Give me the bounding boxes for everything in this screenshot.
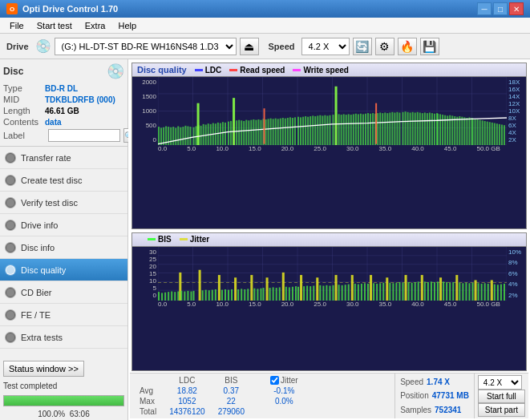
nav-item-disc-info[interactable]: Disc info	[0, 236, 127, 259]
svg-rect-219	[282, 273, 285, 301]
svg-rect-51	[243, 121, 245, 145]
start-part-button[interactable]: Start part	[478, 403, 525, 417]
svg-rect-248	[373, 283, 374, 301]
chart2-panel: BIS Jitter 30 25 20 15 10 5 0	[131, 232, 527, 371]
svg-rect-286	[494, 284, 496, 300]
svg-rect-237	[338, 285, 340, 301]
svg-rect-103	[372, 113, 374, 145]
svg-rect-81	[317, 115, 318, 145]
svg-rect-220	[285, 286, 287, 300]
minimize-button[interactable]: ─	[477, 2, 492, 15]
nav-item-fe-te[interactable]: FE / TE	[0, 304, 127, 326]
menu-file[interactable]: File	[3, 18, 30, 33]
svg-rect-30	[193, 127, 195, 145]
svg-rect-34	[203, 124, 204, 145]
svg-rect-49	[238, 120, 240, 145]
svg-rect-118	[410, 112, 411, 145]
svg-rect-112	[394, 112, 395, 145]
svg-rect-138	[456, 117, 458, 145]
svg-rect-86	[329, 115, 330, 145]
disc-contents-val: data	[45, 118, 62, 127]
nav-item-disc-quality[interactable]: Disc quality	[0, 259, 127, 281]
chart1-y-right: 18X 16X 14X 12X 10X 8X 6X 4X 2X	[507, 77, 526, 145]
svg-rect-105	[377, 113, 378, 145]
svg-rect-238	[342, 285, 343, 300]
svg-rect-210	[253, 288, 255, 300]
samples-row: Samples 752341	[400, 406, 469, 414]
chart2-title: BIS Jitter	[132, 233, 526, 247]
svg-rect-114	[399, 112, 400, 145]
svg-rect-233	[326, 285, 327, 300]
nav-item-extra-tests[interactable]: Extra tests	[0, 326, 127, 349]
svg-rect-225	[300, 275, 302, 301]
jitter-checkbox[interactable]	[270, 376, 279, 385]
svg-rect-268	[437, 281, 439, 301]
stats-speed-section: Speed 1.74 X Position 47731 MB Samples 7…	[394, 374, 474, 418]
svg-rect-265	[427, 282, 429, 301]
svg-rect-241	[351, 275, 354, 301]
nav-item-transfer-rate[interactable]: Transfer rate	[0, 147, 127, 169]
svg-rect-139	[459, 116, 460, 145]
svg-rect-130	[437, 114, 439, 145]
nav-icon-verify-test-disc	[5, 197, 16, 208]
svg-rect-258	[405, 275, 407, 301]
svg-rect-99	[362, 114, 364, 145]
svg-rect-76	[305, 116, 306, 145]
nav-item-verify-test-disc[interactable]: Verify test disc	[0, 192, 127, 214]
start-buttons-section: 4.2 X Start full Start part	[474, 374, 528, 418]
svg-rect-106	[379, 112, 381, 145]
svg-rect-188	[180, 291, 182, 301]
disc-mid-row: MID TDKBLDRFB (000)	[3, 95, 124, 104]
svg-rect-208	[247, 289, 249, 301]
svg-rect-65	[277, 119, 279, 145]
progress-text: 100.0% 63:06	[0, 410, 127, 420]
svg-rect-110	[389, 112, 390, 145]
svg-rect-16	[158, 127, 160, 145]
disc-panel: Disc 💿 Type BD-R DL MID TDKBLDRFB (000) …	[0, 59, 127, 147]
save-button[interactable]: 💾	[420, 38, 439, 55]
svg-rect-269	[439, 277, 442, 301]
refresh-button[interactable]: 🔄	[353, 38, 372, 55]
svg-rect-289	[504, 284, 505, 301]
menu-help[interactable]: Help	[111, 18, 143, 33]
menu-start-test[interactable]: Start test	[30, 18, 79, 33]
speed-select[interactable]: 4.2 X	[301, 38, 350, 55]
disc-label-input[interactable]	[48, 129, 120, 142]
read-speed-legend-dot	[229, 69, 237, 71]
svg-rect-250	[379, 283, 381, 301]
chart2-inner	[158, 247, 507, 301]
svg-rect-251	[382, 282, 384, 300]
svg-rect-93	[348, 114, 350, 145]
svg-rect-128	[434, 114, 435, 145]
svg-rect-123	[422, 113, 423, 145]
stat-speed-select[interactable]: 4.2 X	[478, 375, 522, 390]
svg-rect-41	[220, 123, 221, 145]
maximize-button[interactable]: □	[493, 2, 508, 15]
eject-button[interactable]: ⏏	[240, 38, 259, 55]
status-window-button[interactable]: Status window >>	[3, 361, 84, 377]
disc-contents-row: Contents data	[3, 117, 124, 127]
start-full-button[interactable]: Start full	[478, 390, 525, 403]
close-button[interactable]: ✕	[509, 2, 524, 15]
burn-button[interactable]: 🔥	[398, 38, 417, 55]
svg-rect-142	[466, 118, 467, 145]
nav-item-cd-bier[interactable]: CD Bier	[0, 281, 127, 304]
drive-select[interactable]: (G:) HL-DT-ST BD-RE WH16NS48 1.D3	[55, 38, 237, 55]
nav-item-create-test-disc[interactable]: Create test disc	[0, 169, 127, 192]
settings-button[interactable]: ⚙	[375, 38, 394, 55]
svg-rect-191	[190, 291, 192, 300]
menu-extra[interactable]: Extra	[79, 18, 112, 33]
svg-rect-45	[230, 121, 232, 145]
disc-label-row: Label 🔍	[3, 128, 124, 143]
svg-rect-234	[329, 285, 330, 301]
svg-rect-152	[489, 122, 491, 145]
svg-rect-190	[187, 291, 188, 301]
nav-item-drive-info[interactable]: Drive info	[0, 214, 127, 236]
svg-rect-253	[389, 282, 390, 300]
svg-rect-64	[275, 119, 277, 145]
svg-rect-281	[478, 283, 479, 301]
svg-rect-140	[461, 117, 463, 145]
svg-rect-182	[164, 292, 166, 300]
svg-rect-204	[234, 277, 237, 301]
chart2-body: 30 25 20 15 10 5 0	[132, 247, 526, 301]
